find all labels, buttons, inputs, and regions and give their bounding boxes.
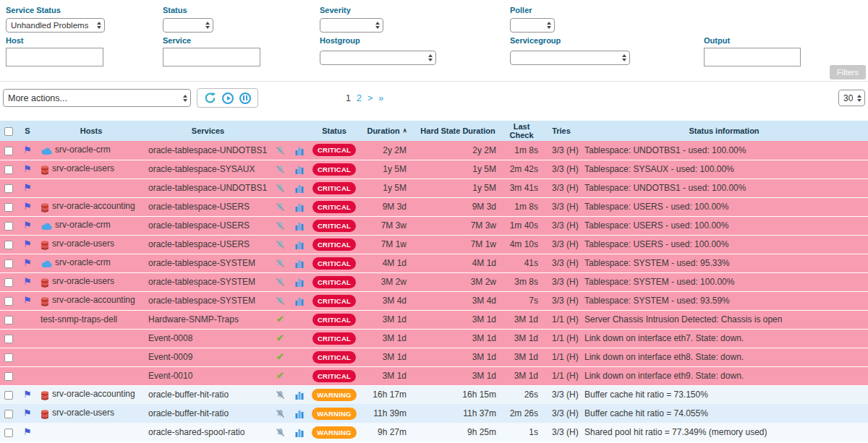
row-checkbox[interactable] (4, 297, 13, 306)
performance-graph-icon[interactable] (295, 258, 304, 268)
service-link[interactable]: oracle-tablespace-USERS (148, 239, 250, 249)
service-link[interactable]: Event-0008 (148, 333, 192, 343)
host-link[interactable]: srv-oracle-crm (55, 220, 111, 230)
page-current[interactable]: 1 (346, 93, 351, 103)
row-checkbox[interactable] (4, 241, 13, 249)
row-checkbox[interactable] (4, 278, 13, 287)
service-link[interactable]: Hardware-SNMP-Traps (148, 314, 239, 324)
service-icon-cell-2 (289, 160, 310, 179)
severity-select[interactable] (320, 18, 383, 33)
page-2-link[interactable]: 2 (357, 93, 362, 103)
row-checkbox[interactable] (4, 147, 13, 155)
col-header-last-check[interactable]: Last Check (501, 121, 542, 141)
status-label: Status (163, 6, 187, 14)
select-all-checkbox[interactable] (4, 127, 13, 136)
row-checkbox[interactable] (4, 353, 13, 362)
host-link[interactable]: srv-oracle-users (52, 408, 114, 418)
performance-graph-icon[interactable] (295, 277, 304, 287)
performance-graph-icon[interactable] (295, 202, 304, 212)
status-information-cell: Tablespace: USERS - used: 100.00% (580, 216, 868, 235)
service-link[interactable]: oracle-buffer-hit-ratio (148, 408, 229, 418)
host-input[interactable] (6, 48, 103, 66)
duration-cell: 1y 5M (359, 179, 415, 197)
host-link[interactable]: test-snmp-traps-dell (41, 314, 117, 324)
col-header-icon2 (289, 121, 310, 141)
filters-button[interactable]: Filters (830, 65, 866, 79)
hard-state-duration-cell: 3M 2w (415, 272, 501, 291)
play-icon[interactable] (222, 93, 234, 104)
performance-graph-icon[interactable] (295, 427, 304, 437)
service-link[interactable]: Event-0010 (148, 371, 192, 381)
performance-graph-icon[interactable] (295, 220, 304, 231)
service-link[interactable]: oracle-tablespace-USERS (148, 220, 250, 231)
col-header-status[interactable]: Status (310, 121, 359, 141)
host-link[interactable]: srv-oracle-crm (55, 145, 111, 155)
col-header-status-information[interactable]: Status information (580, 121, 868, 141)
row-checkbox[interactable] (4, 203, 13, 212)
host-link[interactable]: srv-oracle-crm (55, 257, 111, 267)
row-checkbox[interactable] (4, 372, 13, 381)
host-link[interactable]: srv-oracle-accounting (52, 295, 135, 305)
table-row: ⚑oracle-tablespace-UNDOTBS1CRITICAL1y 5M… (0, 179, 868, 197)
col-header-duration[interactable]: Duration∧ (359, 121, 415, 141)
pause-icon[interactable] (239, 93, 251, 104)
page-size-select[interactable]: 30 (838, 90, 865, 106)
row-checkbox[interactable] (4, 335, 13, 343)
col-header-hard-state-duration[interactable]: Hard State Duration (415, 121, 501, 141)
service-link[interactable]: oracle-tablespace-SYSTEM (148, 296, 255, 306)
tries-cell: 1/1 (H) (542, 329, 580, 348)
status-information-cell: Shared pool hit ratio = 77.349% (memory … (580, 423, 868, 442)
col-header-services[interactable]: Services (145, 121, 271, 141)
status-cell: CRITICAL (310, 160, 359, 179)
service-status-select[interactable]: Unhandled Problems (6, 18, 105, 33)
host-link[interactable]: srv-oracle-accounting (52, 389, 135, 399)
performance-graph-icon[interactable] (295, 164, 304, 174)
host-link[interactable]: srv-oracle-users (52, 238, 114, 249)
row-checkbox[interactable] (4, 429, 13, 437)
more-actions-select[interactable]: More actions... (3, 89, 191, 107)
col-header-tries[interactable]: Tries (542, 121, 580, 141)
performance-graph-icon[interactable] (295, 390, 304, 400)
row-checkbox[interactable] (4, 259, 13, 268)
page-last-link[interactable]: » (378, 93, 383, 103)
poller-select[interactable] (510, 18, 555, 33)
status-select[interactable] (163, 18, 213, 33)
performance-graph-icon[interactable] (295, 239, 304, 249)
service-icon-cell-1 (271, 385, 289, 404)
performance-graph-icon[interactable] (295, 183, 304, 193)
performance-graph-icon[interactable] (295, 408, 304, 418)
col-header-s[interactable]: S (17, 121, 38, 141)
row-checkbox[interactable] (4, 410, 13, 418)
hostgroup-select[interactable] (320, 51, 436, 65)
service-link[interactable]: oracle-tablespace-SYSTEM (148, 258, 255, 268)
service-link[interactable]: oracle-tablespace-UNDOTBS1 (148, 145, 267, 155)
refresh-icon[interactable] (204, 92, 216, 104)
service-link[interactable]: Event-0009 (148, 352, 192, 362)
host-link[interactable]: srv-oracle-users (52, 163, 114, 173)
service-link[interactable]: oracle-buffer-hit-ratio (148, 390, 229, 400)
service-link[interactable]: oracle-tablespace-SYSAUX (148, 164, 255, 174)
host-link[interactable]: srv-oracle-accounting (52, 201, 135, 211)
row-checkbox[interactable] (4, 316, 13, 324)
service-link[interactable]: oracle-tablespace-USERS (148, 202, 250, 212)
performance-graph-icon[interactable] (295, 296, 304, 306)
service-input[interactable] (163, 48, 260, 66)
host-link[interactable]: srv-oracle-users (52, 276, 114, 286)
hard-state-duration-cell: 1y 5M (415, 179, 501, 197)
row-checkbox[interactable] (4, 184, 13, 193)
row-checkbox[interactable] (4, 165, 13, 174)
row-checkbox[interactable] (4, 222, 13, 231)
row-checkbox-cell (0, 254, 17, 272)
status-information-cell: Tablespace: USERS - used: 100.00% (580, 235, 868, 254)
performance-graph-icon[interactable] (295, 145, 304, 155)
status-cell: WARNING (310, 385, 359, 404)
servicegroup-select[interactable] (510, 51, 630, 65)
status-cell: CRITICAL (310, 141, 359, 160)
service-link[interactable]: oracle-tablespace-SYSTEM (148, 277, 255, 287)
col-header-hosts[interactable]: Hosts (38, 121, 145, 141)
row-checkbox[interactable] (4, 391, 13, 400)
page-next-link[interactable]: > (367, 93, 373, 103)
service-link[interactable]: oracle-shared-spool-ratio (148, 427, 244, 437)
output-input[interactable] (704, 48, 801, 66)
service-link[interactable]: oracle-tablespace-UNDOTBS1 (148, 183, 267, 193)
